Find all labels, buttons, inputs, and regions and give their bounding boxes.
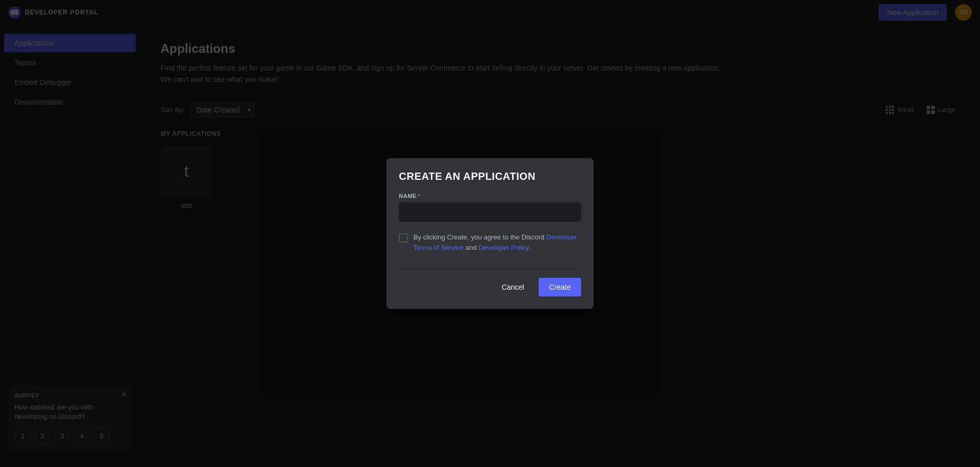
create-button[interactable]: Create xyxy=(539,278,581,296)
modal-name-label: NAME* xyxy=(399,193,581,199)
modal-overlay[interactable]: CREATE AN APPLICATION NAME* By clicking … xyxy=(0,0,980,467)
cancel-button[interactable]: Cancel xyxy=(493,278,532,296)
developer-policy-link[interactable]: Developer Policy xyxy=(479,244,529,251)
create-application-modal: CREATE AN APPLICATION NAME* By clicking … xyxy=(386,158,594,309)
modal-name-input[interactable] xyxy=(399,202,581,222)
modal-footer: Cancel Create xyxy=(399,269,581,296)
modal-terms-text: By clicking Create, you agree to the Dis… xyxy=(413,232,581,252)
modal-title: CREATE AN APPLICATION xyxy=(399,171,581,182)
modal-terms-checkbox[interactable] xyxy=(399,233,408,243)
modal-checkbox-row: By clicking Create, you agree to the Dis… xyxy=(399,232,581,252)
